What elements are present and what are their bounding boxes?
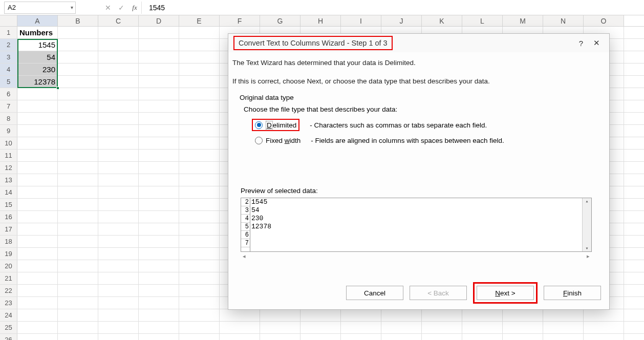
cell[interactable] xyxy=(139,100,179,112)
cell[interactable] xyxy=(98,322,139,333)
radio-fixedwidth-row[interactable]: Fixed width - Fields are aligned in colu… xyxy=(255,134,600,147)
cell[interactable] xyxy=(98,297,139,309)
cell[interactable] xyxy=(341,309,381,321)
cell[interactable] xyxy=(139,322,179,333)
cell[interactable] xyxy=(98,174,139,186)
cell[interactable] xyxy=(58,260,98,272)
cell[interactable] xyxy=(17,88,58,100)
cell[interactable] xyxy=(179,211,220,223)
cell[interactable] xyxy=(58,88,98,100)
cell[interactable] xyxy=(139,272,179,284)
cell[interactable] xyxy=(58,76,98,88)
cell[interactable] xyxy=(179,88,220,100)
cell[interactable] xyxy=(179,137,220,149)
cell[interactable] xyxy=(260,334,300,340)
cell[interactable] xyxy=(58,100,98,112)
chevron-down-icon[interactable]: ▾ xyxy=(71,5,73,10)
cell[interactable] xyxy=(98,76,139,88)
cell[interactable] xyxy=(98,39,139,51)
row-header-9[interactable]: 9 xyxy=(0,125,17,137)
cell[interactable] xyxy=(58,322,98,333)
row-header-15[interactable]: 15 xyxy=(0,199,17,210)
cell[interactable] xyxy=(98,63,139,75)
cell[interactable] xyxy=(139,113,179,124)
cell[interactable] xyxy=(179,334,220,340)
cell[interactable] xyxy=(179,309,220,321)
cell[interactable] xyxy=(381,334,422,340)
cell[interactable] xyxy=(139,199,179,210)
row-header-26[interactable]: 26 xyxy=(0,334,17,340)
cell[interactable] xyxy=(179,39,220,51)
cell[interactable] xyxy=(17,150,58,161)
cell[interactable] xyxy=(17,162,58,174)
cell[interactable] xyxy=(179,248,220,260)
cell[interactable] xyxy=(58,27,98,38)
cell[interactable] xyxy=(58,248,98,260)
cell[interactable] xyxy=(58,236,98,247)
cell[interactable] xyxy=(58,137,98,149)
cell[interactable] xyxy=(139,125,179,137)
col-header-F[interactable]: F xyxy=(220,15,260,26)
cell[interactable] xyxy=(98,285,139,296)
cell[interactable] xyxy=(179,100,220,112)
cell[interactable] xyxy=(179,199,220,210)
row-header-22[interactable]: 22 xyxy=(0,285,17,296)
name-box[interactable]: A2 ▾ xyxy=(4,2,76,14)
row-header-3[interactable]: 3 xyxy=(0,51,17,63)
cell[interactable] xyxy=(58,186,98,198)
row-header-23[interactable]: 23 xyxy=(0,297,17,309)
cell[interactable] xyxy=(98,211,139,223)
cell[interactable] xyxy=(220,309,260,321)
cell[interactable] xyxy=(543,334,584,340)
col-header-O[interactable]: O xyxy=(584,15,624,26)
cell[interactable] xyxy=(139,236,179,247)
col-header-E[interactable]: E xyxy=(179,15,220,26)
cell[interactable] xyxy=(58,162,98,174)
cell[interactable] xyxy=(98,260,139,272)
cell[interactable] xyxy=(98,113,139,124)
cell[interactable]: 1545 xyxy=(17,39,58,51)
row-header-4[interactable]: 4 xyxy=(0,63,17,75)
cell[interactable] xyxy=(98,186,139,198)
cell[interactable] xyxy=(58,39,98,51)
row-header-14[interactable]: 14 xyxy=(0,186,17,198)
row-header-12[interactable]: 12 xyxy=(0,162,17,174)
select-all-corner[interactable] xyxy=(0,15,17,26)
cell[interactable] xyxy=(179,125,220,137)
cell[interactable] xyxy=(503,309,543,321)
cell[interactable] xyxy=(98,137,139,149)
cell[interactable] xyxy=(58,309,98,321)
cell[interactable] xyxy=(300,309,341,321)
back-button[interactable]: < Back xyxy=(410,286,467,300)
cell[interactable] xyxy=(220,322,260,333)
cell[interactable]: 12378 xyxy=(17,76,58,88)
cell[interactable] xyxy=(462,334,503,340)
preview-hscrollbar[interactable]: ◂ ▸ xyxy=(241,252,592,260)
cell[interactable] xyxy=(179,51,220,63)
cell[interactable] xyxy=(17,100,58,112)
cell[interactable] xyxy=(17,223,58,235)
cell[interactable] xyxy=(58,297,98,309)
cell[interactable] xyxy=(58,174,98,186)
col-header-L[interactable]: L xyxy=(462,15,503,26)
col-header-D[interactable]: D xyxy=(139,15,179,26)
scroll-down-icon[interactable]: ▾ xyxy=(585,245,588,251)
radio-fixedwidth[interactable] xyxy=(255,137,263,144)
cell[interactable] xyxy=(98,125,139,137)
cell[interactable] xyxy=(584,309,624,321)
cell[interactable] xyxy=(422,322,462,333)
cell[interactable] xyxy=(462,309,503,321)
row-header-8[interactable]: 8 xyxy=(0,113,17,124)
cell[interactable] xyxy=(179,260,220,272)
radio-delimited-row[interactable]: Delimited - Characters such as commas or… xyxy=(252,118,600,132)
cell[interactable] xyxy=(543,322,584,333)
cell[interactable]: 54 xyxy=(17,51,58,63)
col-header-M[interactable]: M xyxy=(503,15,543,26)
cell[interactable] xyxy=(17,236,58,247)
cell[interactable] xyxy=(17,174,58,186)
cell[interactable] xyxy=(139,39,179,51)
cell[interactable] xyxy=(98,248,139,260)
cell[interactable] xyxy=(139,297,179,309)
cell[interactable] xyxy=(422,309,462,321)
cell[interactable] xyxy=(98,236,139,247)
